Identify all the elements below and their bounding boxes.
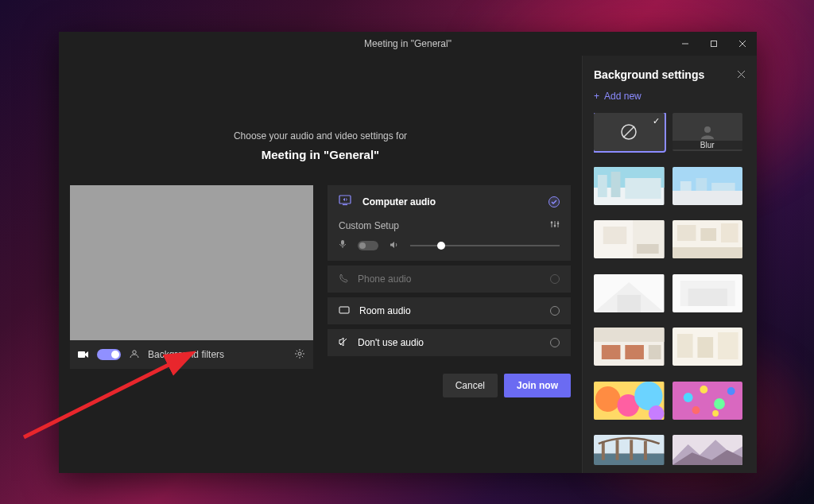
svg-rect-4	[78, 351, 85, 358]
background-filters-icon	[129, 349, 140, 361]
background-tile-image[interactable]	[594, 167, 665, 205]
video-controls-bar: Background filters	[70, 340, 313, 369]
svg-rect-40	[700, 228, 716, 241]
phone-icon	[339, 273, 348, 285]
background-tile-image[interactable]	[594, 274, 665, 312]
background-tile-image[interactable]	[673, 328, 743, 366]
svg-point-13	[554, 225, 556, 227]
no-audio-radio[interactable]	[550, 338, 560, 347]
svg-point-66	[714, 398, 725, 409]
svg-rect-17	[339, 307, 349, 313]
custom-setup-label: Custom Setup	[339, 220, 399, 231]
svg-rect-50	[594, 328, 665, 342]
background-filters-link[interactable]: Background filters	[148, 349, 224, 360]
room-audio-option[interactable]: Room audio	[328, 297, 571, 324]
svg-rect-26	[598, 175, 607, 197]
settings-prompt: Choose your audio and video settings for	[70, 130, 571, 142]
background-tile-image[interactable]	[673, 274, 743, 312]
background-tile-blur[interactable]: Blur	[673, 113, 743, 151]
svg-point-6	[298, 352, 301, 355]
speaker-icon	[390, 239, 399, 251]
background-tile-image[interactable]	[673, 220, 743, 258]
background-tile-none[interactable]: ✓	[594, 113, 665, 151]
svg-rect-53	[649, 345, 661, 359]
background-thumbnails-grid: ✓ Blur	[594, 113, 746, 473]
main-panel: Choose your audio and video settings for…	[59, 56, 582, 473]
mic-toggle[interactable]	[358, 241, 378, 250]
svg-rect-39	[676, 225, 696, 241]
svg-rect-37	[637, 244, 659, 254]
window-title: Meeting in "General"	[59, 38, 757, 49]
svg-rect-74	[630, 440, 633, 460]
join-now-button[interactable]: Join now	[504, 374, 571, 397]
minimize-button[interactable]	[671, 32, 700, 56]
svg-rect-41	[720, 223, 738, 242]
background-tile-image[interactable]	[594, 220, 665, 258]
camera-icon	[78, 349, 89, 361]
svg-point-14	[557, 223, 560, 225]
plus-icon: +	[594, 91, 599, 102]
svg-rect-1	[711, 41, 717, 47]
svg-rect-52	[625, 345, 644, 359]
svg-rect-32	[696, 178, 707, 191]
svg-point-68	[692, 406, 700, 414]
svg-rect-35	[603, 227, 627, 244]
meeting-name: Meeting in "General"	[70, 148, 571, 161]
svg-point-69	[712, 410, 719, 417]
svg-rect-31	[680, 181, 691, 191]
svg-point-65	[700, 386, 707, 394]
action-buttons: Cancel Join now	[328, 374, 571, 397]
meeting-prejoin-window: Meeting in "General" Choose your audio a…	[59, 32, 757, 473]
svg-rect-57	[718, 332, 738, 359]
background-tile-image[interactable]	[673, 382, 743, 420]
svg-rect-56	[697, 337, 713, 358]
svg-point-64	[683, 393, 692, 402]
mic-icon	[339, 239, 347, 251]
video-column: Background filters	[70, 185, 313, 397]
background-settings-panel: Background settings + Add new ✓ Blur	[582, 56, 757, 473]
close-button[interactable]	[728, 32, 757, 56]
no-audio-icon	[339, 337, 348, 349]
background-tile-image[interactable]	[673, 435, 743, 465]
computer-audio-selected-icon	[548, 196, 560, 207]
background-tile-image[interactable]	[594, 328, 665, 366]
svg-point-67	[727, 387, 735, 395]
svg-rect-30	[673, 191, 743, 205]
video-preview	[70, 185, 313, 340]
no-audio-label: Don't use audio	[358, 337, 424, 348]
svg-rect-73	[616, 440, 619, 460]
close-panel-icon[interactable]	[737, 69, 746, 81]
svg-rect-63	[673, 382, 743, 420]
titlebar: Meeting in "General"	[59, 32, 757, 56]
volume-slider[interactable]	[410, 245, 560, 246]
camera-toggle[interactable]	[97, 349, 121, 360]
background-tile-image[interactable]	[673, 167, 743, 205]
computer-audio-block[interactable]: Computer audio Custom Setup	[328, 185, 571, 261]
tile-label-blur: Blur	[673, 141, 743, 149]
svg-point-23	[704, 126, 711, 133]
audio-settings-sliders-icon[interactable]	[550, 219, 560, 231]
svg-rect-51	[602, 345, 621, 359]
room-icon	[339, 305, 350, 316]
svg-rect-28	[625, 178, 661, 199]
device-settings-icon[interactable]	[294, 348, 305, 362]
svg-rect-45	[618, 295, 642, 312]
cancel-button[interactable]: Cancel	[443, 374, 498, 397]
audio-column: Computer audio Custom Setup	[328, 185, 571, 397]
window-controls	[671, 32, 757, 56]
svg-rect-27	[611, 172, 621, 197]
background-tile-image[interactable]	[594, 435, 665, 465]
add-new-background[interactable]: + Add new	[594, 91, 746, 102]
room-audio-label: Room audio	[359, 305, 411, 316]
svg-line-22	[623, 126, 634, 138]
svg-point-12	[551, 222, 553, 224]
background-tile-image[interactable]	[594, 382, 665, 420]
svg-rect-42	[673, 247, 743, 258]
room-audio-radio[interactable]	[550, 306, 560, 316]
svg-rect-15	[341, 240, 344, 245]
computer-audio-icon	[339, 195, 353, 208]
add-new-label: Add new	[604, 91, 642, 102]
maximize-button[interactable]	[700, 32, 728, 56]
svg-rect-75	[644, 441, 647, 460]
no-audio-option[interactable]: Don't use audio	[328, 329, 571, 356]
